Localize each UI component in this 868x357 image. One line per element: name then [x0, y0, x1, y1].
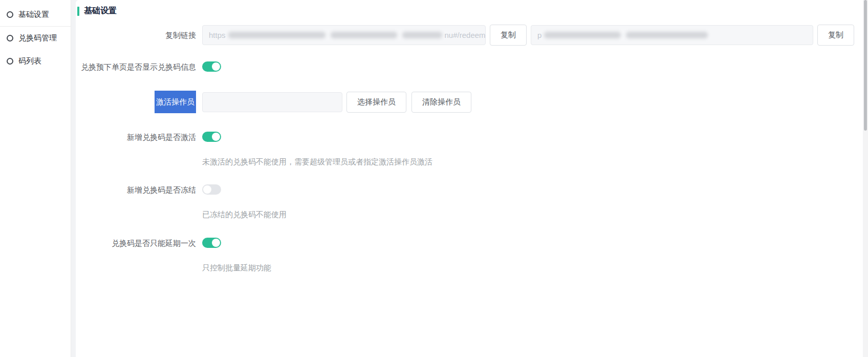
extend-once-hint: 只控制批量延期功能	[202, 262, 271, 273]
copy-link-row: 复制链接 https nu#/redeem_code_list?i=11 复制 …	[77, 25, 868, 46]
new-code-frozen-control: 已冻结的兑换码不能使用	[202, 184, 287, 220]
activate-operator-label: 激活操作员	[77, 91, 196, 113]
link-prefix-text: p	[537, 31, 541, 39]
link-suffix-text: nu#/redeem_code_list?i=11	[445, 31, 486, 39]
page-title: 基础设置	[84, 6, 117, 16]
new-code-frozen-row: 新增兑换码是否冻结 已冻结的兑换码不能使用	[77, 184, 868, 220]
new-code-activated-hint: 未激活的兑换码不能使用，需要超级管理员或者指定激活操作员激活	[202, 156, 432, 167]
clear-operator-button[interactable]: 清除操作员	[411, 92, 471, 113]
sidebar-item-basic-settings[interactable]: 基础设置	[0, 3, 71, 26]
copy-button-1[interactable]: 复制	[490, 25, 527, 46]
show-code-info-row: 兑换预下单页是否显示兑换码信息	[77, 61, 868, 72]
radio-circle-icon	[7, 11, 13, 18]
radio-circle-icon	[7, 58, 13, 65]
extend-once-label: 兑换码是否只能延期一次	[77, 238, 196, 248]
extend-once-toggle[interactable]	[202, 238, 221, 248]
app-layout: 基础设置 兑换码管理 码列表 基础设置 复制链接 https	[0, 0, 868, 357]
show-code-info-toggle[interactable]	[202, 61, 221, 72]
new-code-frozen-toggle[interactable]	[202, 184, 221, 195]
sidebar-item-label: 基础设置	[18, 10, 49, 19]
new-code-activated-row: 新增兑换码是否激活 未激活的兑换码不能使用，需要超级管理员或者指定激活操作员激活	[77, 132, 868, 167]
sidebar-item-label: 兑换码管理	[18, 33, 57, 43]
copy-button-2[interactable]: 复制	[817, 25, 854, 46]
title-accent-bar	[77, 7, 79, 16]
operator-input[interactable]	[202, 92, 342, 112]
radio-circle-icon	[7, 35, 13, 41]
copy-link-label: 复制链接	[77, 30, 196, 40]
sidebar-item-code-list[interactable]: 码列表	[0, 50, 71, 73]
redacted-text	[544, 32, 621, 38]
activate-operator-controls: 选择操作员 清除操作员	[202, 92, 471, 113]
sidebar-content-gap	[71, 0, 76, 357]
new-code-activated-toggle[interactable]	[202, 132, 221, 142]
new-code-frozen-label: 新增兑换码是否冻结	[77, 184, 196, 195]
select-operator-button[interactable]: 选择操作员	[346, 92, 406, 113]
show-code-info-control	[202, 61, 221, 72]
sidebar-item-label: 码列表	[18, 56, 41, 66]
redacted-text	[626, 32, 708, 38]
scrollbar-thumb[interactable]	[864, 0, 867, 131]
vertical-scrollbar[interactable]	[863, 0, 868, 357]
link-prefix-text: https	[209, 31, 226, 39]
copy-link-input-1[interactable]: https nu#/redeem_code_list?i=11	[202, 25, 486, 45]
selected-text-highlight: 激活操作员	[155, 91, 196, 113]
new-code-frozen-hint: 已冻结的兑换码不能使用	[202, 209, 287, 220]
new-code-activated-label: 新增兑换码是否激活	[77, 132, 196, 142]
extend-once-control: 只控制批量延期功能	[202, 238, 271, 273]
show-code-info-label: 兑换预下单页是否显示兑换码信息	[77, 61, 196, 72]
redacted-text	[331, 32, 397, 38]
sidebar-item-code-management[interactable]: 兑换码管理	[0, 27, 71, 50]
new-code-activated-control: 未激活的兑换码不能使用，需要超级管理员或者指定激活操作员激活	[202, 132, 432, 167]
extend-once-row: 兑换码是否只能延期一次 只控制批量延期功能	[77, 238, 868, 273]
section-header: 基础设置	[77, 6, 868, 16]
redacted-text	[402, 32, 442, 38]
copy-link-input-2[interactable]: p	[531, 25, 813, 45]
activate-operator-row: 激活操作员 选择操作员 清除操作员	[77, 91, 868, 113]
redacted-text	[228, 32, 326, 38]
main-content: 基础设置 复制链接 https nu#/redeem_code_list?i=1…	[76, 0, 868, 357]
copy-link-controls: https nu#/redeem_code_list?i=11 复制 p 复制	[202, 25, 854, 46]
sidebar: 基础设置 兑换码管理 码列表	[0, 0, 71, 357]
